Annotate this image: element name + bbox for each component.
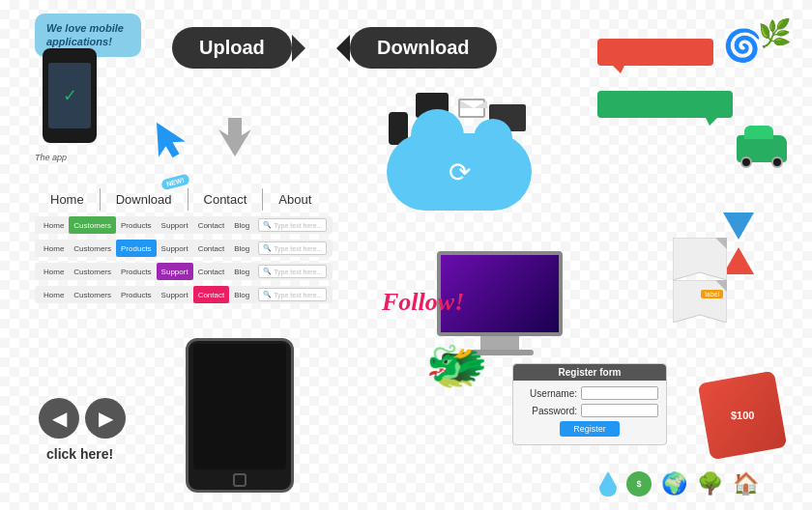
mini-nav-3-blog[interactable]: Blog bbox=[229, 263, 254, 280]
download-arrow-left bbox=[336, 35, 350, 62]
mini-nav-2-blog[interactable]: Blog bbox=[229, 240, 254, 257]
eco-car-wheel-right bbox=[771, 156, 783, 168]
green-speech-bubble bbox=[597, 91, 733, 118]
mini-nav-2: Home Customers Products Support Contact … bbox=[35, 240, 333, 257]
mini-nav-4-products[interactable]: Products bbox=[116, 286, 157, 303]
password-label: Password: bbox=[521, 406, 577, 416]
search-icon-4: 🔍 bbox=[263, 291, 272, 298]
new-badge: NEW! bbox=[160, 173, 190, 190]
mini-nav-4-contact[interactable]: Contact bbox=[193, 286, 230, 303]
phone-label: The app bbox=[35, 153, 67, 162]
monster-icon: 🐲 bbox=[425, 336, 488, 395]
mini-nav-3-products[interactable]: Products bbox=[116, 263, 157, 280]
small-icons-group: $ 🌍 🌳 🏠 bbox=[599, 471, 759, 496]
username-row: Username: bbox=[521, 386, 658, 400]
mini-nav-2-contact[interactable]: Contact bbox=[193, 240, 230, 257]
mini-nav-2-home[interactable]: Home bbox=[39, 240, 69, 257]
solar-tree-icon: 🌿 bbox=[758, 17, 792, 49]
colored-arrows-group bbox=[723, 212, 754, 278]
price-label: $100 bbox=[731, 410, 754, 421]
nav-forward-button[interactable]: ▶ bbox=[85, 398, 126, 439]
mini-nav-3-contact[interactable]: Contact bbox=[193, 263, 230, 280]
nav-about[interactable]: About bbox=[263, 188, 327, 211]
mini-nav-3-search[interactable]: 🔍 Type text here... bbox=[258, 265, 327, 278]
mini-nav-3-customers[interactable]: Customers bbox=[69, 263, 116, 280]
mini-nav-1-blog[interactable]: Blog bbox=[229, 216, 254, 234]
download-button-label: Download bbox=[377, 37, 470, 58]
mini-nav-4-home[interactable]: Home bbox=[39, 286, 69, 303]
username-label: Username: bbox=[521, 388, 577, 399]
mobile-phone: ✓ bbox=[43, 48, 97, 143]
mini-nav-2-customers[interactable]: Customers bbox=[69, 240, 116, 257]
svg-marker-4 bbox=[673, 238, 727, 280]
mini-nav-1-products[interactable]: Products bbox=[116, 216, 157, 234]
search-icon-3: 🔍 bbox=[263, 268, 272, 275]
mini-nav-4-search[interactable]: 🔍 Type text here... bbox=[258, 288, 327, 301]
mini-nav-1-home[interactable]: Home bbox=[39, 216, 69, 234]
mini-nav-1-customers[interactable]: Customers bbox=[69, 216, 116, 234]
download-button[interactable]: Download bbox=[350, 27, 497, 69]
register-form: Register form Username: Password: Regist… bbox=[512, 363, 667, 445]
smartphone-home-button[interactable] bbox=[233, 473, 246, 487]
globe-icon: 🌍 bbox=[661, 471, 687, 496]
windmill-icon: 🌀 bbox=[723, 27, 762, 64]
red-speech-bubble bbox=[597, 39, 713, 66]
water-drop-icon bbox=[599, 471, 617, 496]
mini-nav-2-search[interactable]: 🔍 Type text here... bbox=[258, 241, 327, 255]
mini-nav-3-home[interactable]: Home bbox=[39, 263, 69, 280]
eco-car bbox=[737, 135, 787, 162]
house-icon: 🏠 bbox=[733, 471, 759, 496]
device-envelope bbox=[458, 99, 485, 118]
svg-marker-1 bbox=[218, 118, 251, 156]
cloud-shape: ⟳ bbox=[387, 133, 532, 211]
upload-button[interactable]: Upload bbox=[172, 27, 292, 69]
canvas: We love mobile applications! ✓ The app U… bbox=[0, 0, 812, 510]
green-badge-icon: $ bbox=[626, 471, 652, 496]
cloud-sync-icon: ⟳ bbox=[449, 156, 471, 188]
speech-bubble-text: We love mobile applications! bbox=[46, 22, 124, 47]
mini-nav-4-customers[interactable]: Customers bbox=[69, 286, 116, 303]
nav-download[interactable]: Download NEW! bbox=[101, 188, 188, 211]
nav-contact[interactable]: Contact bbox=[188, 188, 264, 211]
mini-nav-1: Home Customers Products Support Contact … bbox=[35, 216, 333, 234]
mini-nav-1-contact[interactable]: Contact bbox=[193, 216, 230, 234]
nav-arrows-group: ◀ ▶ bbox=[39, 398, 126, 439]
price-tag: $100 bbox=[698, 371, 788, 461]
tree-icon: 🌳 bbox=[697, 471, 723, 496]
password-row: Password: bbox=[521, 404, 658, 417]
smartphone-screen bbox=[193, 344, 286, 469]
svg-marker-2 bbox=[723, 212, 754, 240]
main-nav-bar: Home Download NEW! Contact About bbox=[35, 188, 334, 211]
mini-nav-2-products[interactable]: Products bbox=[116, 240, 157, 257]
big-smartphone bbox=[186, 338, 294, 493]
follow-text: Follow! bbox=[382, 288, 464, 317]
register-form-title: Register form bbox=[513, 364, 666, 381]
nav-back-button[interactable]: ◀ bbox=[39, 398, 79, 439]
mini-nav-4-support[interactable]: Support bbox=[157, 286, 193, 303]
register-button[interactable]: Register bbox=[560, 421, 620, 437]
search-icon: 🔍 bbox=[263, 221, 272, 229]
nav-home[interactable]: Home bbox=[35, 188, 101, 211]
mini-nav-1-search[interactable]: 🔍 Type text here... bbox=[258, 218, 327, 232]
arrow-down-grey bbox=[215, 114, 255, 164]
svg-marker-0 bbox=[143, 116, 189, 162]
mini-nav-3: Home Customers Products Support Contact … bbox=[35, 263, 333, 280]
phone-screen: ✓ bbox=[48, 63, 91, 128]
password-input[interactable] bbox=[581, 404, 658, 417]
svg-marker-3 bbox=[723, 247, 754, 274]
page-fold-1 bbox=[673, 238, 727, 284]
mini-nav-4: Home Customers Products Support Contact … bbox=[35, 286, 333, 303]
upload-arrow-tab bbox=[292, 35, 305, 62]
cloud-area: ⟳ bbox=[367, 85, 561, 240]
eco-car-wheel-left bbox=[740, 156, 752, 168]
mini-nav-1-support[interactable]: Support bbox=[157, 216, 193, 234]
search-icon-2: 🔍 bbox=[263, 244, 272, 252]
mini-nav-2-support[interactable]: Support bbox=[157, 240, 193, 257]
mini-nav-3-support[interactable]: Support bbox=[157, 263, 193, 280]
svg-marker-6 bbox=[673, 280, 727, 323]
arrow-up-blue bbox=[143, 116, 189, 166]
mini-nav-4-blog[interactable]: Blog bbox=[229, 286, 254, 303]
orange-label: label bbox=[701, 290, 723, 298]
username-input[interactable] bbox=[581, 386, 658, 400]
click-here-label: click here! bbox=[46, 446, 113, 462]
